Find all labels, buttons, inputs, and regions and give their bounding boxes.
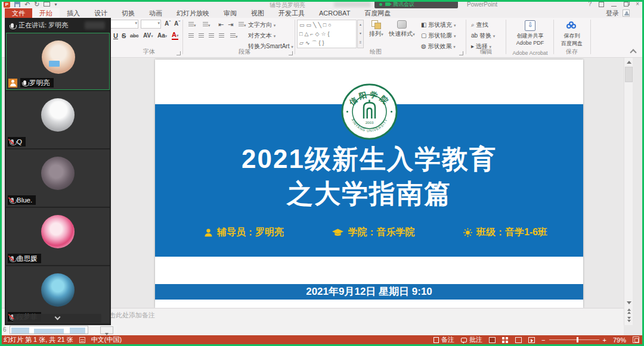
columns-icon[interactable]: ▾ [230, 32, 238, 41]
zoom-slider[interactable] [549, 339, 599, 340]
notes-toggle[interactable]: 备注 [434, 335, 454, 344]
tab-developer[interactable]: 开发工具 [271, 8, 312, 18]
paragraph-dialog-launcher-icon[interactable] [289, 51, 293, 55]
replace-button[interactable]: ab 替换 ▾ [471, 32, 495, 40]
comments-toggle[interactable]: 批注 [461, 335, 482, 344]
undo-icon[interactable]: ↶ [24, 1, 30, 8]
collapse-ribbon-icon[interactable] [630, 49, 636, 55]
participant-tile-1[interactable]: 罗明亮 [6, 33, 110, 90]
vertical-scrollbar[interactable] [624, 58, 633, 325]
align-right-icon[interactable] [209, 32, 214, 40]
align-left-icon[interactable] [188, 32, 194, 40]
character-spacing-button[interactable]: AV▾ [143, 32, 153, 40]
tab-insert[interactable]: 插入 [60, 8, 87, 18]
start-slideshow-icon[interactable] [44, 2, 50, 7]
text-shadow-button[interactable]: abc [130, 32, 139, 40]
tab-review[interactable]: 审阅 [216, 8, 244, 18]
font-size-combo[interactable] [141, 20, 161, 29]
increase-indent-icon[interactable]: ⇥ [228, 20, 233, 29]
save-icon[interactable] [14, 1, 20, 7]
font-dialog-launcher-icon[interactable] [177, 51, 181, 55]
quick-styles-button[interactable]: 快速样式▾ [386, 20, 417, 38]
slide-thumbnail[interactable] [10, 326, 88, 334]
shapes-row[interactable]: □△⌐◇☆{ [299, 30, 354, 39]
fit-slide-to-window-icon[interactable] [633, 336, 639, 343]
slide-date-bar[interactable]: 2021年9月12日 星期日 9:10 [155, 284, 583, 300]
ribbon-display-options-icon[interactable] [599, 2, 604, 7]
slide-title[interactable]: 2021级新生入学教育 之大学指南篇 [155, 142, 583, 211]
shapes-row[interactable]: ▱∿⌒{} [299, 39, 354, 48]
decrease-indent-icon[interactable]: ⇤ [218, 20, 224, 29]
tencent-meeting-floatbar[interactable]: 腾讯会议 [374, 0, 458, 8]
find-button[interactable]: ⌕ 查找 [471, 21, 488, 29]
save-to-baidu-button[interactable]: 保存到百度网盘 [557, 20, 587, 48]
shape-outline-button[interactable]: ▢ 形状轮廓 ▾ [421, 32, 456, 40]
shapes-row[interactable]: ▭▭╲╲□○ [299, 21, 354, 30]
numbering-button[interactable]: ▾ [203, 20, 210, 30]
zoom-out-icon[interactable]: − [541, 336, 545, 344]
restore-button[interactable] [624, 2, 628, 7]
create-share-pdf-button[interactable]: 创建并共享Adobe PDF [510, 20, 550, 46]
account-avatar-icon[interactable] [623, 10, 630, 17]
align-center-icon[interactable] [199, 32, 204, 40]
normal-view-icon[interactable] [489, 337, 496, 343]
font-color-button[interactable]: A▾ [172, 32, 178, 40]
shrink-font-button[interactable]: Aˇ [174, 20, 181, 28]
minimize-button[interactable] [611, 6, 617, 7]
shape-effects-button[interactable]: ◍ 形状效果 ▾ [421, 42, 456, 51]
slide-counter[interactable]: 幻灯片 第 1 张, 共 21 张 [4, 335, 73, 344]
info-counselor[interactable]: 辅导员：罗明亮 [204, 226, 284, 239]
slide-canvas[interactable]: 信阳学院 XINYANG UNIVERSITY 2003 2021级新生入学教育… [155, 60, 583, 308]
shape-fill-button[interactable]: ◧ 形状填充 ▾ [421, 21, 456, 29]
redo-icon[interactable]: ↻ [34, 1, 39, 8]
participant-tile-2[interactable]: Q [6, 91, 110, 148]
strikethrough-button[interactable]: S [122, 32, 126, 40]
scrollbar-thumb[interactable] [625, 67, 633, 82]
slide-info-row[interactable]: 辅导员：罗明亮 学院：音乐学院 班级：音学1-6班 [155, 226, 583, 239]
info-college[interactable]: 学院：音乐学院 [332, 226, 414, 239]
tab-animations[interactable]: 动画 [142, 8, 169, 18]
tab-slideshow[interactable]: 幻灯片放映 [169, 8, 216, 18]
tab-acrobat[interactable]: ACROBAT [312, 8, 357, 18]
bullets-button[interactable]: ▾ [188, 20, 196, 30]
thumbnail-scroll-down-icon[interactable] [100, 326, 113, 334]
participant-tile-4[interactable]: 曲思媛 [6, 208, 110, 265]
slide-title-line2[interactable]: 之大学指南篇 [155, 176, 583, 211]
signin-label[interactable]: 登录 [606, 9, 619, 18]
slideshow-view-icon[interactable] [528, 337, 535, 343]
language-indicator[interactable]: 中文(中国) [91, 335, 122, 344]
slide-title-line1[interactable]: 2021级新生入学教育 [155, 142, 583, 176]
grow-font-button[interactable]: Aˆ [165, 20, 171, 28]
tab-design[interactable]: 设计 [87, 8, 114, 18]
scroll-down-icon[interactable] [625, 299, 633, 307]
signin-area[interactable]: 登录 [606, 8, 630, 18]
zoom-control[interactable]: − + [541, 336, 606, 344]
align-text-button[interactable]: 对齐文本 ▾ [248, 32, 275, 40]
tab-home[interactable]: 开始 [32, 8, 60, 18]
scroll-up-icon[interactable] [625, 58, 633, 66]
text-direction-button[interactable]: 文字方向 ▾ [248, 21, 275, 29]
shapes-gallery[interactable]: ▭▭╲╲□○ □△⌐◇☆{ ▱∿⌒{} [297, 20, 357, 48]
university-logo[interactable]: 信阳学院 XINYANG UNIVERSITY 2003 [341, 83, 398, 140]
slide-sorter-view-icon[interactable] [502, 337, 509, 343]
change-case-button[interactable]: Aa▾ [157, 32, 167, 40]
next-slide-icon[interactable] [625, 316, 633, 323]
participant-tile-3[interactable]: Blue. [6, 149, 110, 207]
close-button[interactable]: × [636, 0, 639, 8]
previous-slide-icon[interactable] [625, 307, 633, 315]
meeting-panel[interactable]: 正在讲话: 罗明亮 罗明亮 Q Blue. 曲思媛 段梦菲 [5, 18, 111, 325]
info-class[interactable]: 班级：音学1-6班 [463, 226, 547, 239]
powerpoint-logo-icon[interactable]: P [4, 1, 10, 8]
shapes-gallery-scroll[interactable]: ▴▾≡ [357, 20, 364, 48]
tab-file[interactable]: 文件 [5, 8, 32, 18]
tab-baidu-netdisk[interactable]: 百度网盘 [357, 8, 398, 18]
zoom-in-icon[interactable]: + [603, 336, 606, 344]
justify-icon[interactable] [219, 32, 224, 40]
tab-view[interactable]: 视图 [244, 8, 271, 18]
help-button[interactable]: ? [589, 0, 592, 8]
drawing-dialog-launcher-icon[interactable] [459, 51, 463, 55]
zoom-slider-thumb[interactable] [577, 337, 578, 342]
tab-transitions[interactable]: 切换 [114, 8, 142, 18]
reading-view-icon[interactable] [515, 337, 522, 343]
customize-qat-icon[interactable]: ▾ [54, 2, 57, 7]
